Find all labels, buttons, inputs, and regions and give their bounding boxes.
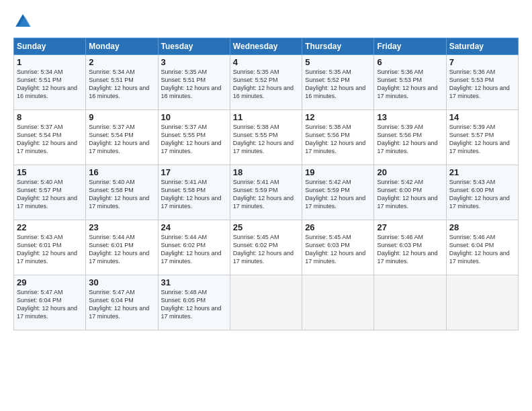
calendar-day-cell: 12Sunrise: 5:38 AMSunset: 5:56 PMDayligh… [302, 110, 374, 165]
day-number: 2 [89, 57, 154, 67]
calendar-day-cell: 31Sunrise: 5:48 AMSunset: 6:05 PMDayligh… [158, 275, 230, 330]
calendar-week-row: 15Sunrise: 5:40 AMSunset: 5:57 PMDayligh… [14, 165, 519, 220]
calendar-day-cell: 18Sunrise: 5:41 AMSunset: 5:59 PMDayligh… [230, 165, 302, 220]
calendar-day-cell: 11Sunrise: 5:38 AMSunset: 5:55 PMDayligh… [230, 110, 302, 165]
day-number: 19 [305, 167, 371, 177]
logo-icon [13, 12, 32, 31]
day-info: Sunrise: 5:34 AMSunset: 5:51 PMDaylight:… [89, 68, 149, 99]
calendar-day-cell: 8Sunrise: 5:37 AMSunset: 5:54 PMDaylight… [14, 110, 86, 165]
day-info: Sunrise: 5:39 AMSunset: 5:57 PMDaylight:… [449, 124, 510, 154]
day-number: 30 [89, 277, 154, 287]
day-number: 8 [17, 112, 83, 122]
calendar-day-cell: 27Sunrise: 5:46 AMSunset: 6:03 PMDayligh… [374, 220, 446, 275]
day-number: 13 [377, 112, 443, 122]
day-info: Sunrise: 5:47 AMSunset: 6:04 PMDaylight:… [89, 289, 149, 320]
day-number: 15 [17, 167, 83, 177]
calendar-day-cell: 15Sunrise: 5:40 AMSunset: 5:57 PMDayligh… [14, 165, 86, 220]
day-number: 7 [449, 57, 515, 67]
day-info: Sunrise: 5:46 AMSunset: 6:03 PMDaylight:… [377, 234, 437, 265]
calendar-day-header: Monday [86, 38, 158, 55]
calendar-day-cell: 25Sunrise: 5:45 AMSunset: 6:02 PMDayligh… [230, 220, 302, 275]
day-info: Sunrise: 5:45 AMSunset: 6:03 PMDaylight:… [305, 234, 365, 265]
calendar-day-header: Tuesday [158, 38, 230, 55]
calendar-day-cell: 5Sunrise: 5:35 AMSunset: 5:52 PMDaylight… [302, 55, 374, 110]
calendar-day-cell: 14Sunrise: 5:39 AMSunset: 5:57 PMDayligh… [446, 110, 518, 165]
day-info: Sunrise: 5:48 AMSunset: 6:05 PMDaylight:… [161, 289, 222, 320]
day-number: 20 [377, 167, 443, 177]
day-number: 9 [89, 112, 154, 122]
day-info: Sunrise: 5:37 AMSunset: 5:54 PMDaylight:… [89, 124, 149, 154]
day-info: Sunrise: 5:41 AMSunset: 5:58 PMDaylight:… [161, 179, 222, 210]
day-number: 3 [161, 57, 227, 67]
day-info: Sunrise: 5:36 AMSunset: 5:53 PMDaylight:… [449, 68, 510, 99]
day-info: Sunrise: 5:35 AMSunset: 5:51 PMDaylight:… [161, 68, 222, 99]
day-info: Sunrise: 5:47 AMSunset: 6:04 PMDaylight:… [17, 289, 77, 320]
calendar-table: SundayMondayTuesdayWednesdayThursdayFrid… [13, 38, 519, 330]
header [13, 12, 519, 31]
calendar-day-cell: 29Sunrise: 5:47 AMSunset: 6:04 PMDayligh… [14, 275, 86, 330]
calendar-day-header: Wednesday [230, 38, 302, 55]
calendar-day-cell: 9Sunrise: 5:37 AMSunset: 5:54 PMDaylight… [86, 110, 158, 165]
calendar-day-cell: 30Sunrise: 5:47 AMSunset: 6:04 PMDayligh… [86, 275, 158, 330]
calendar-day-cell: 24Sunrise: 5:44 AMSunset: 6:02 PMDayligh… [158, 220, 230, 275]
calendar-day-cell: 21Sunrise: 5:43 AMSunset: 6:00 PMDayligh… [446, 165, 518, 220]
calendar-day-cell: 23Sunrise: 5:44 AMSunset: 6:01 PMDayligh… [86, 220, 158, 275]
day-number: 16 [89, 167, 154, 177]
calendar-day-cell: 17Sunrise: 5:41 AMSunset: 5:58 PMDayligh… [158, 165, 230, 220]
day-info: Sunrise: 5:44 AMSunset: 6:02 PMDaylight:… [161, 234, 222, 265]
day-number: 4 [233, 57, 299, 67]
day-number: 18 [233, 167, 299, 177]
calendar-day-cell: 22Sunrise: 5:43 AMSunset: 6:01 PMDayligh… [14, 220, 86, 275]
day-info: Sunrise: 5:42 AMSunset: 5:59 PMDaylight:… [305, 179, 365, 210]
day-info: Sunrise: 5:45 AMSunset: 6:02 PMDaylight:… [233, 234, 294, 265]
calendar-day-cell: 26Sunrise: 5:45 AMSunset: 6:03 PMDayligh… [302, 220, 374, 275]
day-info: Sunrise: 5:40 AMSunset: 5:58 PMDaylight:… [89, 179, 149, 210]
calendar-day-header: Saturday [446, 38, 518, 55]
calendar-day-cell: 10Sunrise: 5:37 AMSunset: 5:55 PMDayligh… [158, 110, 230, 165]
calendar-day-cell [230, 275, 302, 330]
day-number: 1 [17, 57, 83, 67]
calendar-day-cell [374, 275, 446, 330]
page: SundayMondayTuesdayWednesdayThursdayFrid… [0, 0, 532, 411]
calendar-day-cell [446, 275, 518, 330]
calendar-day-cell: 28Sunrise: 5:46 AMSunset: 6:04 PMDayligh… [446, 220, 518, 275]
day-info: Sunrise: 5:38 AMSunset: 5:55 PMDaylight:… [233, 124, 294, 154]
day-info: Sunrise: 5:34 AMSunset: 5:51 PMDaylight:… [17, 68, 77, 99]
day-number: 31 [161, 277, 227, 287]
day-number: 28 [449, 222, 515, 232]
calendar-day-header: Sunday [14, 38, 86, 55]
day-number: 27 [377, 222, 443, 232]
day-number: 21 [449, 167, 515, 177]
calendar-day-cell: 13Sunrise: 5:39 AMSunset: 5:56 PMDayligh… [374, 110, 446, 165]
logo [13, 12, 35, 31]
day-number: 24 [161, 222, 227, 232]
day-number: 23 [89, 222, 154, 232]
calendar-day-cell: 19Sunrise: 5:42 AMSunset: 5:59 PMDayligh… [302, 165, 374, 220]
calendar-day-cell: 2Sunrise: 5:34 AMSunset: 5:51 PMDaylight… [86, 55, 158, 110]
calendar-week-row: 22Sunrise: 5:43 AMSunset: 6:01 PMDayligh… [14, 220, 519, 275]
calendar-day-cell: 6Sunrise: 5:36 AMSunset: 5:53 PMDaylight… [374, 55, 446, 110]
calendar-day-cell: 1Sunrise: 5:34 AMSunset: 5:51 PMDaylight… [14, 55, 86, 110]
day-info: Sunrise: 5:35 AMSunset: 5:52 PMDaylight:… [305, 68, 365, 99]
calendar-day-cell [302, 275, 374, 330]
calendar-week-row: 29Sunrise: 5:47 AMSunset: 6:04 PMDayligh… [14, 275, 519, 330]
day-number: 11 [233, 112, 299, 122]
calendar-week-row: 8Sunrise: 5:37 AMSunset: 5:54 PMDaylight… [14, 110, 519, 165]
calendar-day-cell: 3Sunrise: 5:35 AMSunset: 5:51 PMDaylight… [158, 55, 230, 110]
day-number: 29 [17, 277, 83, 287]
day-number: 26 [305, 222, 371, 232]
day-info: Sunrise: 5:38 AMSunset: 5:56 PMDaylight:… [305, 124, 365, 154]
day-info: Sunrise: 5:43 AMSunset: 6:01 PMDaylight:… [17, 234, 77, 265]
day-info: Sunrise: 5:37 AMSunset: 5:55 PMDaylight:… [161, 124, 222, 154]
day-info: Sunrise: 5:35 AMSunset: 5:52 PMDaylight:… [233, 68, 294, 99]
calendar-day-cell: 20Sunrise: 5:42 AMSunset: 6:00 PMDayligh… [374, 165, 446, 220]
day-info: Sunrise: 5:37 AMSunset: 5:54 PMDaylight:… [17, 124, 77, 154]
calendar-day-header: Thursday [302, 38, 374, 55]
day-info: Sunrise: 5:43 AMSunset: 6:00 PMDaylight:… [449, 179, 510, 210]
day-number: 25 [233, 222, 299, 232]
day-number: 10 [161, 112, 227, 122]
day-number: 6 [377, 57, 443, 67]
day-number: 12 [305, 112, 371, 122]
calendar-day-cell: 4Sunrise: 5:35 AMSunset: 5:52 PMDaylight… [230, 55, 302, 110]
day-info: Sunrise: 5:42 AMSunset: 6:00 PMDaylight:… [377, 179, 437, 210]
